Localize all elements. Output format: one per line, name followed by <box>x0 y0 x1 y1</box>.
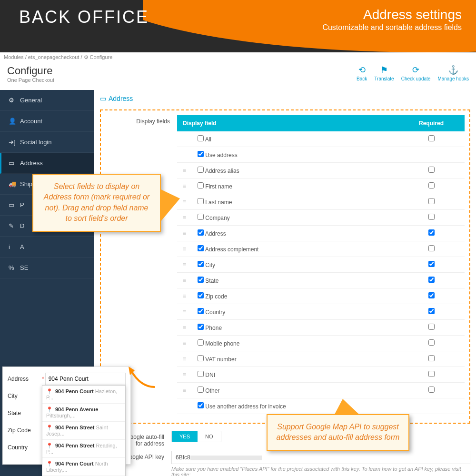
field-row: ≡ Address <box>177 226 465 241</box>
required-checkbox[interactable] <box>428 387 435 393</box>
drag-handle[interactable]: ≡ <box>177 304 192 320</box>
page-title: Configure <box>7 65 54 77</box>
drag-handle[interactable]: ≡ <box>177 367 192 383</box>
display-checkbox[interactable] <box>198 229 204 236</box>
display-checkbox[interactable] <box>198 182 204 188</box>
field-row: Use address <box>177 147 465 163</box>
col-required: Required <box>398 115 465 131</box>
required-checkbox[interactable] <box>428 339 435 346</box>
fields-table: Display field Required All Use address≡ … <box>177 115 465 414</box>
panel-title: ▭Address <box>100 95 470 102</box>
field-row: ≡ Address alias <box>177 163 465 178</box>
display-checkbox[interactable] <box>198 292 204 298</box>
display-checkbox[interactable] <box>198 371 204 377</box>
display-checkbox[interactable] <box>198 402 204 408</box>
page-header: BACK OFFICE Address settings Customizabl… <box>0 0 476 52</box>
sidebar-item-se[interactable]: %SE <box>0 258 94 278</box>
field-row: ≡ VAT number <box>177 351 465 367</box>
display-checkbox[interactable] <box>198 135 204 141</box>
display-checkbox[interactable] <box>198 198 204 204</box>
field-row: Use another address for invoice <box>177 398 465 414</box>
required-checkbox[interactable] <box>428 261 435 267</box>
sidebar-item-social-login[interactable]: ➜]Social login <box>0 132 94 153</box>
required-checkbox[interactable] <box>428 292 435 298</box>
display-checkbox[interactable] <box>198 355 204 361</box>
required-checkbox[interactable] <box>428 355 435 361</box>
autocomplete-dropdown[interactable]: 📍904 Penn Court Hazleton, P...📍904 Penn … <box>42 385 126 476</box>
header-subtitle: Address settings <box>322 7 462 22</box>
api-key-input[interactable]: 6Bfc8 <box>171 451 470 464</box>
address-icon: ▭ <box>100 95 106 102</box>
display-checkbox[interactable] <box>198 151 204 157</box>
drag-handle[interactable]: ≡ <box>177 257 192 273</box>
autofill-popup: Address* City* State* Zip Code* Country*… <box>2 367 131 465</box>
field-row: ≡ First name <box>177 178 465 194</box>
drag-handle <box>177 398 192 414</box>
autocomplete-option[interactable]: 📍904 Penn Court Hazleton, P... <box>42 386 125 404</box>
required-checkbox[interactable] <box>428 277 435 283</box>
required-checkbox[interactable] <box>428 245 435 251</box>
header-tagline: Customizable and sortable address fields <box>322 23 462 32</box>
drag-handle[interactable]: ≡ <box>177 320 192 336</box>
autocomplete-option[interactable]: 📍904 Penn Court North Liberty,... <box>42 458 125 476</box>
autocomplete-option[interactable]: 📍904 Penn Street Saint Josep... <box>42 422 125 440</box>
field-row: ≡ Zip code <box>177 288 465 304</box>
drag-handle[interactable]: ≡ <box>177 226 192 241</box>
sidebar-item-address[interactable]: ▭Address <box>0 153 94 174</box>
drag-handle[interactable]: ≡ <box>177 351 192 367</box>
sidebar-item-general[interactable]: ⚙General <box>0 90 94 111</box>
drag-handle[interactable]: ≡ <box>177 163 192 178</box>
field-row: ≡ Address complement <box>177 241 465 257</box>
display-checkbox[interactable] <box>198 308 204 314</box>
drag-handle[interactable]: ≡ <box>177 383 192 398</box>
field-row: ≡ Last name <box>177 194 465 210</box>
autofill-toggle[interactable]: YESNO <box>171 431 221 442</box>
display-checkbox[interactable] <box>198 387 204 393</box>
field-row: ≡ DNI <box>177 367 465 383</box>
drag-handle <box>177 147 192 163</box>
callout-google: Support Google Map API to suggest addres… <box>267 414 409 451</box>
sidebar-item-a[interactable]: iA <box>0 237 94 258</box>
required-checkbox[interactable] <box>428 182 435 188</box>
autocomplete-option[interactable]: 📍904 Penn Avenue Pittsburgh,... <box>42 404 125 422</box>
required-checkbox[interactable] <box>428 308 435 314</box>
required-checkbox[interactable] <box>428 167 435 173</box>
field-row: ≡ Company <box>177 210 465 226</box>
page-subtitle: One Page Checkout <box>7 77 54 83</box>
required-checkbox[interactable] <box>428 135 435 141</box>
display-checkbox[interactable] <box>198 339 204 346</box>
field-row: ≡ Other <box>177 383 465 398</box>
required-checkbox[interactable] <box>428 229 435 236</box>
display-checkbox[interactable] <box>198 261 204 267</box>
field-row: All <box>177 131 465 147</box>
field-row: ≡ City <box>177 257 465 273</box>
autocomplete-option[interactable]: 📍904 Penn Street Reading, P... <box>42 440 125 458</box>
drag-handle[interactable]: ≡ <box>177 288 192 304</box>
api-key-help: Make sure you have enabled "Places API" … <box>171 466 470 476</box>
toolbar-back[interactable]: ⟲Back <box>357 65 367 81</box>
display-checkbox[interactable] <box>198 167 204 173</box>
field-row: ≡ Country <box>177 304 465 320</box>
display-checkbox[interactable] <box>198 324 204 330</box>
toolbar-translate[interactable]: ⚑Translate <box>374 65 394 81</box>
display-checkbox[interactable] <box>198 245 204 251</box>
drag-handle[interactable]: ≡ <box>177 241 192 257</box>
required-checkbox[interactable] <box>428 214 435 220</box>
required-checkbox[interactable] <box>428 324 435 330</box>
toolbar-check-update[interactable]: ⟳Check update <box>401 65 431 81</box>
arrow-icon <box>126 366 159 392</box>
field-row: ≡ Phone <box>177 320 465 336</box>
field-row: ≡ State <box>177 273 465 288</box>
field-row: ≡ Mobile phone <box>177 336 465 351</box>
address-input[interactable] <box>45 373 126 385</box>
breadcrumb[interactable]: Modules / ets_onepagecheckout / ⚙ Config… <box>0 52 476 62</box>
required-checkbox[interactable] <box>428 371 435 377</box>
display-checkbox[interactable] <box>198 277 204 283</box>
drag-handle[interactable]: ≡ <box>177 336 192 351</box>
sidebar-item-account[interactable]: 👤Account <box>0 111 94 132</box>
display-checkbox[interactable] <box>198 214 204 220</box>
required-checkbox[interactable] <box>428 198 435 204</box>
callout-fields: Select fields to display on Address form… <box>32 174 161 232</box>
drag-handle[interactable]: ≡ <box>177 273 192 288</box>
toolbar-manage-hooks[interactable]: ⚓Manage hooks <box>437 65 469 81</box>
